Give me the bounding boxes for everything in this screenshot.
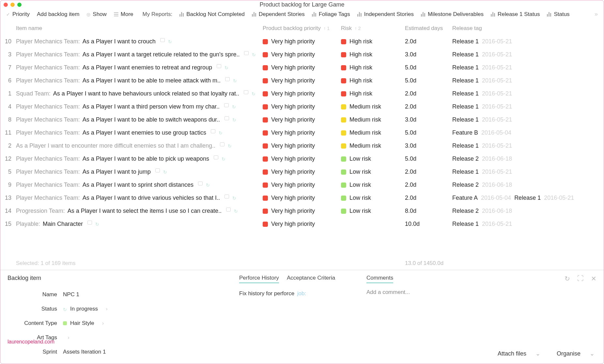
priority-square-icon	[263, 78, 268, 83]
table-row[interactable]: 2As a Player I want to encounter more di…	[0, 139, 604, 152]
row-release-tag: Release 12016-05-21	[452, 51, 600, 58]
bars-icon	[357, 12, 362, 17]
report-milestone-deliverables[interactable]: Milestone Deliverables	[421, 11, 484, 18]
table-row[interactable]: 11Player Mechanics Team: As a Player I w…	[0, 126, 604, 139]
report-independent-stories[interactable]: Independent Stories	[357, 11, 414, 18]
col-priority[interactable]: Product backlog priority ↑ 1	[263, 25, 341, 32]
attach-files-button[interactable]: Attach files	[498, 350, 540, 357]
tab-acceptance[interactable]: Acceptance Criteria	[287, 275, 335, 283]
col-release-tag[interactable]: Release tag	[452, 25, 600, 32]
tag-name: Release 1	[514, 195, 541, 201]
report-backlog-not-completed[interactable]: Backlog Not Completed	[179, 11, 245, 18]
tag-name: Release 1	[452, 64, 479, 71]
row-release-tag: Release 22016-06-18	[452, 155, 600, 162]
table-row[interactable]: 10Player Mechanics Team: As a Player I w…	[0, 35, 604, 48]
priority-square-icon	[263, 39, 268, 44]
tag-name: Release 2	[452, 208, 479, 214]
report-dependent-stories[interactable]: Dependent Stories	[252, 11, 305, 18]
table-row[interactable]: 7Player Mechanics Team: As a Player I wa…	[0, 61, 604, 74]
detail-form: Backlog item Name NPC 1 Status In progre…	[8, 275, 236, 359]
risk-text: Medium risk	[349, 142, 381, 149]
row-release-tag: Release 12016-05-21	[452, 116, 600, 123]
note-icon	[225, 195, 229, 198]
tag-date: 2016-05-21	[482, 90, 512, 97]
table-row[interactable]: 3Player Mechanics Team: As a Player I wa…	[0, 48, 604, 61]
story-text: As a Player I want to select the items I…	[68, 208, 222, 214]
row-name: Player Mechanics Team: As a Player I wan…	[15, 64, 263, 71]
note-icon	[160, 38, 165, 42]
tab-comments[interactable]: Comments	[366, 275, 393, 283]
refresh-icon[interactable]: ↻	[565, 275, 570, 283]
risk-text: Low risk	[349, 195, 371, 201]
row-risk: Low risk	[341, 155, 405, 162]
table-row[interactable]: 13Player Mechanics Team: As a Player I w…	[0, 191, 604, 204]
table-row[interactable]: 12Player Mechanics Team: As a Player I w…	[0, 152, 604, 165]
col-risk[interactable]: Risk ↑ 2	[341, 25, 405, 32]
more-button[interactable]: More	[114, 11, 133, 18]
add-backlog-button[interactable]: Add backlog item	[37, 11, 79, 18]
name-value[interactable]: NPC 1	[63, 291, 79, 298]
report-foliage-tags[interactable]: Foliage Tags	[312, 11, 350, 18]
row-risk: Low risk	[341, 182, 405, 188]
organise-button[interactable]: Organise	[557, 350, 595, 357]
add-comment-input[interactable]: Add a comment...	[366, 289, 596, 296]
perforce-job-link[interactable]: job:	[297, 290, 306, 297]
row-name: Playable: Main Character	[15, 221, 263, 227]
row-risk: Low risk	[341, 208, 405, 214]
progress-icon	[168, 38, 172, 45]
table-row[interactable]: 4Player Mechanics Team: As a Player I wa…	[0, 100, 604, 113]
row-estimate: 3.0d	[405, 116, 452, 123]
table-row[interactable]: 1Squad Team: As a Player I want to have …	[0, 87, 604, 100]
detail-heading: Backlog item	[8, 275, 236, 282]
tab-perforce[interactable]: Perforce History	[239, 275, 279, 283]
row-estimate: 8.0d	[405, 208, 452, 214]
row-id: 3	[4, 51, 15, 58]
report-release-1-status[interactable]: Release 1 Status	[491, 11, 540, 18]
risk-text: Low risk	[349, 155, 371, 162]
col-estimated[interactable]: Estimated days	[405, 25, 452, 32]
tag-name: Release 1	[452, 168, 479, 175]
chevron-down-icon	[535, 350, 540, 357]
priority-square-icon	[263, 104, 268, 109]
show-label: Show	[93, 11, 107, 18]
progress-icon	[252, 51, 256, 58]
close-icon[interactable]: ✕	[591, 275, 596, 283]
row-release-tag: Release 12016-05-21	[452, 142, 600, 149]
row-name: Player Mechanics Team: As a Player I wan…	[15, 155, 263, 162]
show-button[interactable]: Show	[86, 11, 107, 18]
table-row[interactable]: 6Player Mechanics Team: As a Player I wa…	[0, 74, 604, 87]
table-footer: Selected: 1 of 169 items 13.0 of 1450.0d	[0, 257, 604, 270]
row-name: Progression Team: As a Player I want to …	[15, 208, 263, 214]
art-tags-value[interactable]	[63, 334, 70, 341]
table-row[interactable]: 15Playable: Main CharacterVery high prio…	[0, 217, 604, 230]
report-status[interactable]: Status	[547, 11, 569, 18]
row-release-tag: Release 12016-05-21	[452, 168, 600, 175]
row-risk: High risk	[341, 77, 405, 84]
status-value[interactable]: In progress	[63, 306, 108, 312]
expand-icon[interactable]: ⛶	[577, 275, 584, 283]
row-name: Player Mechanics Team: As a Player I wan…	[15, 38, 263, 45]
tag-date: 2016-05-21	[482, 142, 512, 149]
table-row[interactable]: 9Player Mechanics Team: As a Player I wa…	[0, 178, 604, 191]
risk-text: Low risk	[349, 208, 371, 214]
bars-icon	[179, 12, 184, 17]
col-item-name[interactable]: Item name	[15, 25, 263, 32]
table-row[interactable]: 8Player Mechanics Team: As a Player I wa…	[0, 113, 604, 126]
row-risk: High risk	[341, 51, 405, 58]
team-label: Player Mechanics Team:	[16, 129, 80, 136]
row-name: Player Mechanics Team: As a Player I wan…	[15, 195, 263, 201]
row-name: Player Mechanics Team: As a Player I wan…	[15, 168, 263, 175]
content-type-value[interactable]: Hair Style	[63, 320, 104, 327]
priority-text: Very high priority	[271, 168, 315, 175]
priority-square-icon	[263, 156, 268, 162]
overflow-icon[interactable]	[595, 11, 598, 18]
row-name: As a Player I want to encounter more dif…	[15, 142, 263, 149]
table-row[interactable]: 14Progression Team: As a Player I want t…	[0, 204, 604, 217]
priority-button[interactable]: Priority	[6, 11, 30, 18]
note-icon	[225, 116, 229, 120]
sprint-value[interactable]: Assets Iteration 1	[63, 349, 106, 355]
row-risk: High risk	[341, 38, 405, 45]
row-id: 8	[4, 116, 15, 123]
row-estimate: 5.0d	[405, 64, 452, 71]
table-row[interactable]: 5Player Mechanics Team: As a Player I wa…	[0, 165, 604, 178]
